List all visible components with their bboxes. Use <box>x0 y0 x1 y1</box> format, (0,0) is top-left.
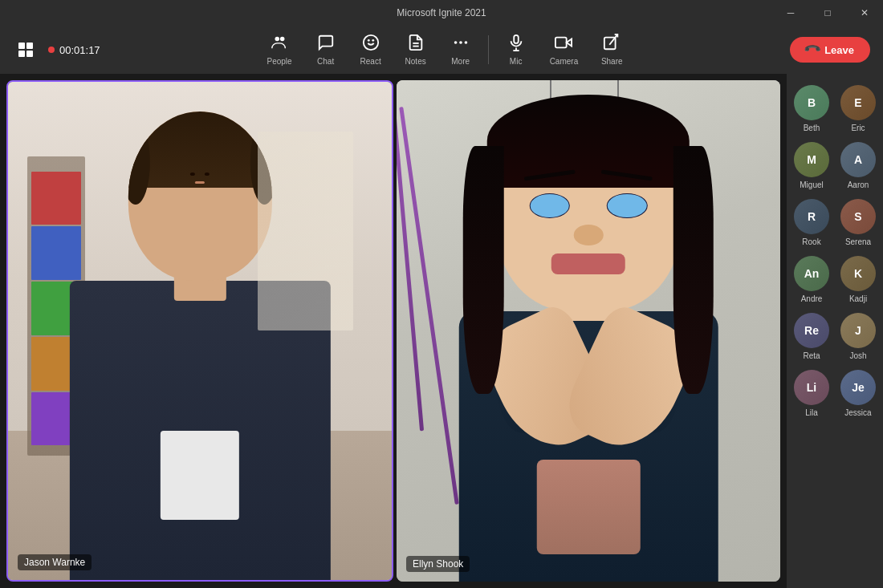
avatar-jessica: Je <box>840 370 876 405</box>
notes-icon <box>407 34 425 55</box>
avatar-kadji-initials: K <box>854 267 862 280</box>
more-button[interactable]: More <box>440 30 482 69</box>
hair-left-long <box>463 146 503 394</box>
people-label: People <box>267 57 292 66</box>
leave-button[interactable]: 📞 Leave <box>790 37 870 63</box>
svg-point-5 <box>280 37 285 42</box>
participant-miguel-name: Miguel <box>800 180 823 189</box>
svg-rect-3 <box>26 51 33 57</box>
svg-rect-0 <box>18 43 25 49</box>
participant-kadji[interactable]: K Kadji <box>836 256 880 303</box>
participant-josh[interactable]: J Josh <box>836 313 880 360</box>
jason-shirt <box>161 431 239 521</box>
chat-button[interactable]: Chat <box>305 30 347 69</box>
close-button[interactable]: ✕ <box>846 0 883 26</box>
notes-label: Notes <box>405 57 426 66</box>
participant-andre[interactable]: An Andre <box>790 256 833 303</box>
svg-point-11 <box>454 41 457 44</box>
hair-top <box>487 95 690 188</box>
title-bar: Microsoft Ignite 2021 ─ □ ✕ <box>0 0 883 26</box>
avatar-josh: J <box>840 313 876 348</box>
mic-button[interactable]: Mic <box>495 30 537 69</box>
svg-marker-17 <box>567 39 572 46</box>
jason-eye-left <box>190 172 195 176</box>
leave-label: Leave <box>824 44 854 56</box>
svg-point-4 <box>275 37 280 42</box>
avatar-head <box>496 105 680 311</box>
jason-head <box>128 112 272 281</box>
participant-aaron-name: Aaron <box>848 180 869 189</box>
participant-beth-name: Beth <box>804 124 820 132</box>
jason-face <box>157 171 242 238</box>
camera-icon <box>555 34 572 55</box>
avatar-eye-right <box>607 193 647 218</box>
main-content: Jason Warnke <box>0 74 883 588</box>
participant-lila[interactable]: Li Lila <box>790 370 833 417</box>
grid-view-button[interactable] <box>13 37 39 63</box>
video-tile-ellyn[interactable]: ❤ Ellyn Shook <box>397 80 780 582</box>
participant-serena-name: Serena <box>845 237 871 246</box>
participant-serena[interactable]: S Serena <box>836 199 880 246</box>
participant-beth[interactable]: B Beth <box>790 85 833 132</box>
participant-row-5: Re Reta J Josh <box>787 308 883 365</box>
toolbar-left: 00:01:17 <box>13 37 100 63</box>
participant-eric[interactable]: E Eric <box>836 85 880 132</box>
recording-indicator <box>48 47 55 53</box>
svg-rect-1 <box>26 43 33 49</box>
participant-miguel[interactable]: M Miguel <box>790 142 833 189</box>
jason-name-label: Jason Warnke <box>18 554 92 570</box>
video-tile-jason[interactable]: Jason Warnke <box>6 80 393 582</box>
people-icon <box>271 34 288 55</box>
participant-aaron[interactable]: A Aaron <box>836 142 880 189</box>
svg-point-13 <box>464 41 467 44</box>
phone-icon: 📞 <box>804 40 822 59</box>
jason-mouth <box>195 181 205 184</box>
avatar-inner-shirt <box>536 460 640 554</box>
svg-rect-2 <box>18 51 25 57</box>
avatar-eye-left <box>530 193 570 218</box>
react-button[interactable]: React <box>350 30 392 69</box>
participant-rook[interactable]: R Rook <box>790 199 833 246</box>
participant-jessica[interactable]: Je Jessica <box>836 370 880 417</box>
participant-row-2: M Miguel A Aaron <box>787 137 883 194</box>
call-timer: 00:01:17 <box>48 44 100 56</box>
camera-button[interactable]: Camera <box>540 30 588 69</box>
hair-right-long <box>673 146 714 394</box>
avatar-andre-initials: An <box>804 267 820 280</box>
avatar-lila-initials: Li <box>807 381 816 394</box>
avatar-reta: Re <box>794 313 829 348</box>
maximize-button[interactable]: □ <box>809 0 846 26</box>
svg-point-6 <box>363 35 377 50</box>
chat-icon <box>317 34 335 55</box>
toolbar-separator <box>488 35 489 64</box>
participant-kadji-name: Kadji <box>849 294 867 303</box>
participant-reta[interactable]: Re Reta <box>790 313 833 360</box>
avatar-eric: E <box>840 85 876 120</box>
jason-eye-right <box>205 172 210 176</box>
react-icon <box>362 34 380 55</box>
mic-icon <box>507 34 525 55</box>
share-button[interactable]: Share <box>591 30 633 69</box>
avatar-rook: R <box>794 199 829 234</box>
minimize-button[interactable]: ─ <box>772 0 809 26</box>
react-label: React <box>360 57 381 66</box>
ellyn-video-bg: ❤ <box>397 80 780 582</box>
participant-jessica-name: Jessica <box>844 408 871 417</box>
avatar-beth-initials: B <box>808 96 816 109</box>
svg-line-19 <box>609 34 617 45</box>
people-button[interactable]: People <box>258 30 302 69</box>
avatar-eric-initials: E <box>854 96 861 109</box>
participant-josh-name: Josh <box>849 351 866 360</box>
camera-label: Camera <box>550 57 579 66</box>
participant-row-6: Li Lila Je Jessica <box>787 365 883 422</box>
ellyn-avatar: ❤ <box>445 91 733 582</box>
avatar-miguel: M <box>794 142 829 177</box>
jason-video-bg <box>8 82 392 580</box>
avatar-lila: Li <box>794 370 829 405</box>
svg-rect-18 <box>555 38 567 48</box>
share-label: Share <box>601 57 623 66</box>
notes-button[interactable]: Notes <box>395 30 437 69</box>
avatar-nose <box>574 225 604 245</box>
avatar-andre: An <box>794 256 829 291</box>
timer-value: 00:01:17 <box>59 44 100 56</box>
